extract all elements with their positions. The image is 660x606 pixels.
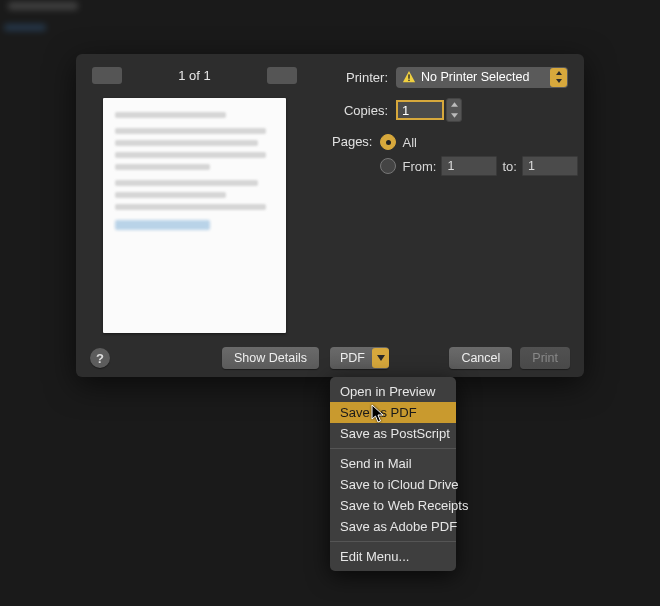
preview-next-button[interactable] xyxy=(267,67,297,84)
preview-pane: 1 of 1 xyxy=(92,64,297,333)
printer-selected-text: No Printer Selected xyxy=(421,70,529,84)
svg-rect-1 xyxy=(408,80,409,81)
preview-prev-button[interactable] xyxy=(92,67,122,84)
printer-select[interactable]: No Printer Selected xyxy=(396,67,568,88)
warning-icon xyxy=(402,70,416,84)
printer-label: Printer: xyxy=(332,70,388,85)
copies-label: Copies: xyxy=(332,103,388,118)
pdf-menu-item[interactable]: Save to iCloud Drive xyxy=(330,474,456,495)
pages-to-label: to: xyxy=(502,159,516,174)
print-button[interactable]: Print xyxy=(520,347,570,369)
pdf-menu-item[interactable]: Send in Mail xyxy=(330,453,456,474)
svg-rect-0 xyxy=(408,74,409,78)
pages-all-radio[interactable] xyxy=(380,134,396,150)
pdf-menu-item[interactable]: Edit Menu... xyxy=(330,546,456,567)
dropdown-arrows-icon xyxy=(550,68,567,87)
pages-from-label: From: xyxy=(402,159,436,174)
help-button[interactable]: ? xyxy=(90,348,110,368)
copies-stepper[interactable] xyxy=(446,98,462,122)
pdf-dropdown-button[interactable]: PDF xyxy=(330,347,389,369)
chevron-down-icon xyxy=(372,348,389,368)
page-counter: 1 of 1 xyxy=(178,68,211,83)
show-details-button[interactable]: Show Details xyxy=(222,347,319,369)
print-dialog: 1 of 1 Printer: No Printer Selected xyxy=(76,54,584,377)
document-thumbnail xyxy=(103,98,286,333)
pdf-menu: Open in PreviewSave as PDFSave as PostSc… xyxy=(330,377,456,571)
menu-separator xyxy=(330,448,456,449)
pages-label: Pages: xyxy=(332,132,372,149)
copies-input[interactable]: 1 xyxy=(396,100,444,120)
pages-all-label: All xyxy=(402,135,416,150)
pdf-menu-item[interactable]: Save as Adobe PDF xyxy=(330,516,456,537)
pdf-menu-item[interactable]: Save to Web Receipts xyxy=(330,495,456,516)
pages-range-radio[interactable] xyxy=(380,158,396,174)
pdf-menu-item[interactable]: Save as PostScript xyxy=(330,423,456,444)
print-options: Printer: No Printer Selected Copies: 1 P… xyxy=(332,66,568,186)
pdf-menu-item[interactable]: Open in Preview xyxy=(330,381,456,402)
pages-to-input[interactable]: 1 xyxy=(522,156,578,176)
menu-separator xyxy=(330,541,456,542)
pdf-menu-item[interactable]: Save as PDF xyxy=(330,402,456,423)
pdf-button-label: PDF xyxy=(340,351,365,365)
background-blur xyxy=(0,0,200,40)
cancel-button[interactable]: Cancel xyxy=(449,347,512,369)
pages-from-input[interactable]: 1 xyxy=(441,156,497,176)
